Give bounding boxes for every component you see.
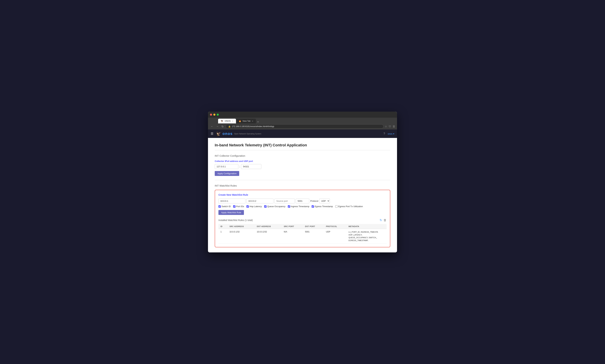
col-dst-port: DST PORT	[303, 224, 324, 229]
apply-watchlist-button[interactable]: Apply Watchlist Rule	[219, 210, 244, 215]
collector-ip-input[interactable]	[215, 164, 238, 169]
address-bar[interactable]: 🔒 172.168.0.100:8181/onos/ui/index.html#…	[226, 124, 384, 129]
main-content: In-band Network Telemetry (INT) Control …	[208, 138, 397, 252]
src-port-input[interactable]	[274, 198, 295, 203]
col-src-port: SRC PORT	[282, 224, 303, 229]
checkbox-hop-latency-label: Hop Latency	[249, 205, 262, 208]
collector-field-label: Collector IPv4 address and UDP port	[215, 160, 390, 162]
watchlist-section-title: INT Watchlist Rules	[215, 184, 390, 187]
metadata-checkboxes: Switch ID Port IDs Hop Latency Queue Occ…	[219, 205, 386, 208]
checkbox-hop-latency[interactable]: Hop Latency	[246, 205, 262, 208]
onos-logo: 🦅 onos Open Network Operating System	[216, 131, 261, 136]
delete-rules-button[interactable]: 🗑	[384, 219, 386, 222]
maximize-button[interactable]	[217, 114, 219, 116]
lock-icon: 🔒	[228, 125, 231, 128]
collector-port-input[interactable]	[241, 164, 261, 169]
checkbox-ingress-timestamp[interactable]: Ingress Timestamp	[288, 205, 309, 208]
minimize-button[interactable]	[213, 114, 215, 116]
app-header: ☰ 🦅 onos Open Network Operating System ?…	[208, 130, 397, 138]
browser-toolbar: ← → ↻ 🔒 172.168.0.100:8181/onos/ui/index…	[208, 123, 397, 130]
checkbox-switch-id[interactable]: Switch ID	[219, 205, 231, 208]
checkbox-ingress-timestamp-label: Ingress Timestamp	[291, 205, 309, 208]
collector-section-title: INT Collector Configuration	[215, 154, 390, 157]
logo-subtitle: Open Network Operating System	[234, 133, 261, 135]
port-separator: :	[239, 165, 240, 168]
checkbox-queue-occupancy[interactable]: Queue Occupancy	[264, 205, 285, 208]
watchlist-box-title: Create New Watchlist Rule	[219, 194, 386, 196]
tab-favicon: 🦅	[221, 120, 223, 122]
cell-protocol: UDP	[324, 229, 347, 244]
checkbox-ingress-timestamp-input[interactable]	[288, 205, 290, 208]
col-protocol: PROTOCOL	[324, 224, 347, 229]
user-menu[interactable]: onos ▾	[388, 132, 394, 135]
checkbox-switch-id-label: Switch ID	[221, 205, 231, 208]
logo-bird-icon: 🦅	[216, 131, 221, 136]
dst-ip-input[interactable]	[246, 198, 273, 203]
refresh-rules-button[interactable]: ↻	[380, 218, 382, 222]
back-button[interactable]: ←	[210, 125, 214, 128]
col-dst-address: DST ADDRESS	[255, 224, 282, 229]
collector-section: INT Collector Configuration Collector IP…	[215, 154, 390, 176]
bookmark-icon[interactable]: ☆	[385, 125, 387, 128]
user-dropdown-icon: ▾	[393, 132, 394, 135]
src-ip-input[interactable]	[219, 198, 245, 203]
new-tab-button[interactable]: +	[256, 120, 260, 123]
checkbox-port-ids[interactable]: Port IDs	[233, 205, 244, 208]
tab-bar: 🦅 ONOS ✕ 🔥 New Tab ✕ +	[208, 118, 397, 123]
close-button[interactable]	[210, 114, 212, 116]
hamburger-menu[interactable]: ☰	[211, 132, 213, 136]
checkbox-port-ids-label: Port IDs	[236, 205, 244, 208]
checkbox-egress-port-tx-input[interactable]	[335, 205, 338, 208]
dst-port-input[interactable]	[296, 198, 309, 203]
table-body: 1 10.0.0.1/32 10.0.0.2/32 N/A 5001 UDP L…	[219, 229, 386, 244]
protocol-select[interactable]: UDP TCP	[319, 198, 330, 203]
user-label: onos	[388, 132, 392, 135]
table-row: 1 10.0.0.1/32 10.0.0.2/32 N/A 5001 UDP L…	[219, 229, 386, 244]
tab-label-2: New Tab	[243, 120, 250, 122]
page-title: In-band Network Telemetry (INT) Control …	[215, 143, 390, 147]
table-header-row: ID SRC ADDRESS DST ADDRESS SRC PORT DST …	[219, 224, 386, 229]
checkbox-egress-timestamp[interactable]: Egress Timestamp	[312, 205, 333, 208]
toolbar-icons: ☆ 🛡 ☰	[385, 125, 395, 128]
watchlist-section: INT Watchlist Rules Create New Watchlist…	[215, 184, 390, 247]
table-header: ID SRC ADDRESS DST ADDRESS SRC PORT DST …	[219, 224, 386, 229]
tab-onos[interactable]: 🦅 ONOS ✕	[218, 119, 236, 123]
installed-title-row: Installed Watchlist Rules (1 total) ↻ 🗑	[219, 218, 386, 222]
installed-title-text: Installed Watchlist Rules (1 total)	[219, 219, 253, 221]
help-icon[interactable]: ?	[384, 132, 385, 135]
cell-metadata: L1_PORT_ID, INGRESS_TÍMESTAHOP_LATENCY,Q…	[347, 229, 386, 244]
shield-icon: 🛡	[389, 125, 391, 128]
forward-button[interactable]: →	[215, 125, 219, 128]
rule-inputs-row: Protocol UDP TCP	[219, 198, 386, 203]
cell-src-port: N/A	[282, 229, 303, 244]
apply-configuration-button[interactable]: Apply Configuration	[215, 171, 239, 176]
titlebar	[208, 112, 397, 118]
cell-dst-address: 10.0.0.2/32	[255, 229, 282, 244]
protocol-label: Protocol	[310, 200, 318, 202]
col-id: ID	[219, 224, 227, 229]
checkbox-egress-timestamp-input[interactable]	[312, 205, 314, 208]
title-divider	[215, 150, 390, 150]
checkbox-hop-latency-input[interactable]	[246, 205, 249, 208]
tab-label: ONOS	[225, 120, 231, 122]
refresh-button[interactable]: ↻	[221, 125, 224, 129]
checkbox-queue-occupancy-input[interactable]	[264, 205, 267, 208]
tab-newtab[interactable]: 🔥 New Tab ✕	[236, 119, 256, 123]
browser-window: 🦅 ONOS ✕ 🔥 New Tab ✕ + ← → ↻ 🔒 172.168.0…	[208, 112, 397, 252]
checkbox-egress-timestamp-label: Egress Timestamp	[315, 205, 333, 208]
menu-icon[interactable]: ☰	[393, 125, 395, 128]
tab-close-icon[interactable]: ✕	[232, 120, 233, 122]
checkbox-egress-port-tx-label: Egress Port Tx Utilization	[338, 205, 363, 208]
tab-close-icon-2[interactable]: ✕	[252, 120, 253, 122]
logo-text: onos	[222, 131, 233, 136]
checkbox-egress-port-tx[interactable]: Egress Port Tx Utilization	[335, 205, 363, 208]
checkbox-port-ids-input[interactable]	[233, 205, 235, 208]
col-metadata: METADATA	[347, 224, 386, 229]
checkbox-queue-occupancy-label: Queue Occupancy	[267, 205, 285, 208]
collector-input-row: :	[215, 164, 390, 169]
checkbox-switch-id-input[interactable]	[219, 205, 221, 208]
cell-src-address: 10.0.0.1/32	[227, 229, 255, 244]
cell-dst-port: 5001	[303, 229, 324, 244]
tab-favicon-2: 🔥	[239, 120, 241, 122]
installed-rules-section: Installed Watchlist Rules (1 total) ↻ 🗑 …	[219, 218, 386, 244]
